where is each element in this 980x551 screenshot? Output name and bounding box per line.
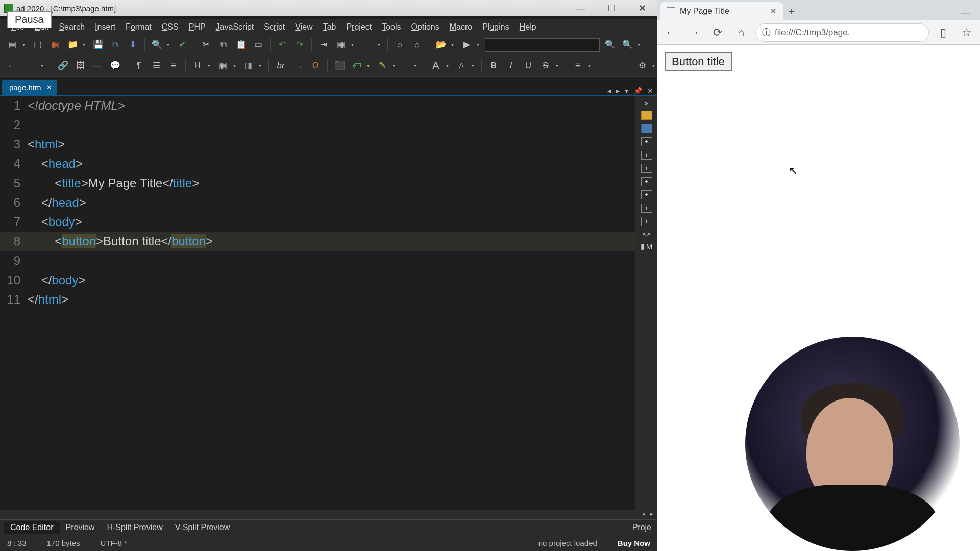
menu-tab[interactable]: Tab: [319, 21, 340, 33]
menu-plugins[interactable]: Plugins: [478, 21, 513, 33]
spellcheck-icon[interactable]: ✔: [175, 38, 189, 52]
nbsp-icon[interactable]: ⎵: [291, 59, 305, 73]
find-icon[interactable]: ⌕: [393, 38, 407, 52]
replace-icon[interactable]: ⌕: [410, 38, 424, 52]
tab-dropdown-icon[interactable]: ▾: [625, 87, 628, 95]
nav-home-icon[interactable]: ⌂: [732, 23, 750, 42]
browser-tab-close-icon[interactable]: ✕: [770, 7, 777, 16]
panel-plus-1-icon[interactable]: +: [641, 137, 652, 146]
panel-plus-4-icon[interactable]: +: [641, 177, 652, 186]
site-info-icon[interactable]: ⓘ: [762, 27, 771, 38]
template-icon[interactable]: ▦: [48, 38, 62, 52]
panel-code-icon[interactable]: <>: [643, 230, 650, 238]
paste-icon[interactable]: 📋: [234, 38, 248, 52]
br-icon[interactable]: br: [274, 59, 288, 73]
bottom-tab-code[interactable]: Code Editor: [4, 521, 60, 534]
menu-macro[interactable]: Macro: [446, 21, 476, 33]
align-icon[interactable]: ≡: [571, 59, 585, 73]
rendered-button[interactable]: Button title: [665, 52, 732, 71]
new-tab-button[interactable]: +: [783, 3, 800, 20]
bookmark-icon[interactable]: ☆: [958, 23, 976, 42]
format-icon[interactable]: ⬛: [332, 59, 347, 73]
nav-back-icon[interactable]: ←: [662, 23, 680, 42]
hr-icon[interactable]: —: [90, 59, 105, 73]
entity-icon[interactable]: Ω: [308, 59, 323, 73]
menu-view[interactable]: View: [291, 21, 316, 33]
redo-icon[interactable]: ↷: [292, 38, 307, 52]
panel-plus-6-icon[interactable]: +: [641, 204, 652, 213]
layout-icon[interactable]: ▦: [334, 38, 348, 52]
bottom-tab-preview[interactable]: Preview: [60, 521, 101, 534]
undo-icon[interactable]: ↶: [275, 38, 289, 52]
close-button[interactable]: ✕: [627, 0, 657, 16]
pin-icon[interactable]: 📌: [633, 87, 642, 95]
panel-plus-7-icon[interactable]: +: [641, 217, 652, 226]
browser-tab[interactable]: My Page Title ✕: [660, 2, 783, 20]
link-icon[interactable]: 🔗: [56, 59, 70, 73]
panel-plus-5-icon[interactable]: +: [641, 190, 652, 199]
tab-next-icon[interactable]: ▸: [616, 87, 620, 95]
bottom-tab-project[interactable]: Proje: [626, 521, 657, 534]
panel-expand-icon[interactable]: »: [645, 99, 648, 107]
gear-icon[interactable]: ⚙: [635, 59, 649, 73]
hscroll-left-icon[interactable]: ◂: [642, 510, 645, 519]
find-next-icon[interactable]: 🔍: [603, 38, 617, 52]
export-icon[interactable]: ⬇: [126, 38, 140, 52]
clipboard-icon[interactable]: ▭: [251, 38, 265, 52]
menu-options[interactable]: Options: [407, 21, 444, 33]
browse-icon[interactable]: 📂: [434, 38, 448, 52]
tag-color-icon[interactable]: 🏷: [350, 59, 364, 73]
menu-search[interactable]: Search: [55, 21, 89, 33]
nav-reload-icon[interactable]: ⟳: [708, 23, 727, 42]
maximize-button[interactable]: ☐: [596, 0, 627, 16]
heading-icon[interactable]: H: [190, 59, 205, 73]
bold-icon[interactable]: B: [486, 59, 501, 73]
menu-javascript[interactable]: JavaScript: [212, 21, 258, 33]
reader-icon[interactable]: ▯: [934, 23, 952, 42]
highlight-icon[interactable]: ✎: [375, 59, 389, 73]
underline-icon[interactable]: U: [521, 59, 535, 73]
code-editor[interactable]: 1<!doctype HTML>2 3<html>4 <head>5 <titl…: [0, 96, 635, 510]
paragraph-icon[interactable]: ¶: [132, 59, 146, 73]
address-bar[interactable]: ⓘ file:///C:/tmp3/page.: [755, 23, 929, 42]
menu-php[interactable]: PHP: [185, 21, 210, 33]
strike-icon[interactable]: S: [538, 59, 553, 73]
menu-project[interactable]: Project: [342, 21, 376, 33]
search-icon[interactable]: 🔍: [150, 38, 164, 52]
run-icon[interactable]: ▶: [459, 38, 474, 52]
table-icon[interactable]: ▦: [216, 59, 230, 73]
tab-prev-icon[interactable]: ◂: [607, 87, 611, 95]
list-ol-icon[interactable]: ≡: [166, 59, 181, 73]
save-icon[interactable]: 💾: [91, 38, 105, 52]
menu-css[interactable]: CSS: [158, 21, 183, 33]
panel-plus-2-icon[interactable]: +: [641, 151, 652, 160]
panel-close-icon[interactable]: ✕: [647, 87, 653, 95]
browser-minimize-button[interactable]: —: [950, 4, 980, 20]
comment-icon[interactable]: 💬: [108, 59, 122, 73]
hscroll-right-icon[interactable]: ▸: [650, 510, 653, 519]
image-icon[interactable]: 🖼: [73, 59, 87, 73]
folder-icon[interactable]: 📁: [65, 38, 80, 52]
menu-format[interactable]: Format: [121, 21, 156, 33]
minimize-button[interactable]: —: [566, 0, 596, 16]
panel-plus-3-icon[interactable]: +: [641, 164, 652, 173]
menu-insert[interactable]: Insert: [91, 21, 119, 33]
new-file-icon[interactable]: ▤: [5, 38, 19, 52]
bottom-tab-hsplit[interactable]: H-Split Preview: [101, 521, 168, 534]
toolbar-search-input[interactable]: [485, 38, 600, 52]
file-tab[interactable]: page.htm ✕: [2, 80, 57, 95]
nav-forward-icon[interactable]: →: [685, 23, 703, 42]
italic-icon[interactable]: I: [504, 59, 518, 73]
panel-screen-icon[interactable]: [641, 124, 652, 133]
font-dec-icon[interactable]: A: [454, 59, 469, 73]
menu-tools[interactable]: Tools: [378, 21, 405, 33]
save-all-icon[interactable]: ⧉: [108, 38, 122, 52]
back-icon[interactable]: ←: [5, 59, 19, 73]
font-inc-icon[interactable]: A: [429, 59, 443, 73]
menu-help[interactable]: Help: [516, 21, 541, 33]
form-icon[interactable]: ▥: [241, 59, 256, 73]
copy-icon[interactable]: ⧉: [216, 38, 231, 52]
indent-icon[interactable]: ⇥: [316, 38, 331, 52]
panel-folder-icon[interactable]: [641, 111, 652, 120]
find-prev-icon[interactable]: 🔍: [620, 38, 634, 52]
